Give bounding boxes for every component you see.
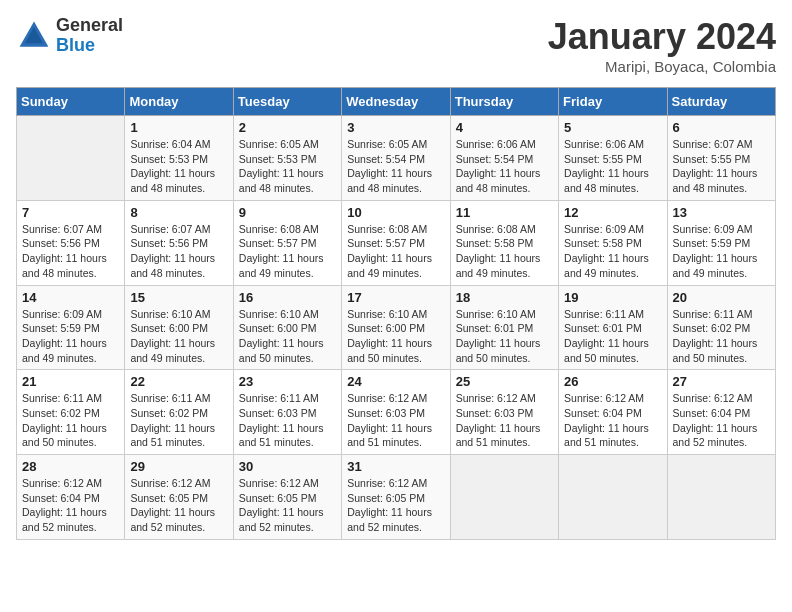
page-header: General Blue January 2024 Maripi, Boyaca… xyxy=(16,16,776,75)
calendar-cell: 17Sunrise: 6:10 AM Sunset: 6:00 PM Dayli… xyxy=(342,285,450,370)
day-detail: Sunrise: 6:07 AM Sunset: 5:56 PM Dayligh… xyxy=(130,222,227,281)
logo: General Blue xyxy=(16,16,123,56)
calendar-week-4: 21Sunrise: 6:11 AM Sunset: 6:02 PM Dayli… xyxy=(17,370,776,455)
calendar-cell: 7Sunrise: 6:07 AM Sunset: 5:56 PM Daylig… xyxy=(17,200,125,285)
calendar-cell: 16Sunrise: 6:10 AM Sunset: 6:00 PM Dayli… xyxy=(233,285,341,370)
weekday-header-wednesday: Wednesday xyxy=(342,88,450,116)
day-detail: Sunrise: 6:09 AM Sunset: 5:58 PM Dayligh… xyxy=(564,222,661,281)
day-detail: Sunrise: 6:11 AM Sunset: 6:01 PM Dayligh… xyxy=(564,307,661,366)
calendar-cell: 23Sunrise: 6:11 AM Sunset: 6:03 PM Dayli… xyxy=(233,370,341,455)
day-detail: Sunrise: 6:04 AM Sunset: 5:53 PM Dayligh… xyxy=(130,137,227,196)
day-number: 8 xyxy=(130,205,227,220)
day-number: 20 xyxy=(673,290,770,305)
day-number: 7 xyxy=(22,205,119,220)
weekday-header-saturday: Saturday xyxy=(667,88,775,116)
calendar-cell: 19Sunrise: 6:11 AM Sunset: 6:01 PM Dayli… xyxy=(559,285,667,370)
day-number: 1 xyxy=(130,120,227,135)
day-detail: Sunrise: 6:11 AM Sunset: 6:02 PM Dayligh… xyxy=(673,307,770,366)
weekday-header-row: SundayMondayTuesdayWednesdayThursdayFrid… xyxy=(17,88,776,116)
day-number: 12 xyxy=(564,205,661,220)
day-detail: Sunrise: 6:12 AM Sunset: 6:05 PM Dayligh… xyxy=(239,476,336,535)
calendar-cell: 13Sunrise: 6:09 AM Sunset: 5:59 PM Dayli… xyxy=(667,200,775,285)
day-number: 18 xyxy=(456,290,553,305)
day-detail: Sunrise: 6:07 AM Sunset: 5:55 PM Dayligh… xyxy=(673,137,770,196)
day-number: 27 xyxy=(673,374,770,389)
calendar-cell: 27Sunrise: 6:12 AM Sunset: 6:04 PM Dayli… xyxy=(667,370,775,455)
day-number: 10 xyxy=(347,205,444,220)
calendar-cell: 18Sunrise: 6:10 AM Sunset: 6:01 PM Dayli… xyxy=(450,285,558,370)
calendar-title: January 2024 xyxy=(548,16,776,58)
day-number: 9 xyxy=(239,205,336,220)
day-number: 21 xyxy=(22,374,119,389)
day-number: 15 xyxy=(130,290,227,305)
day-number: 22 xyxy=(130,374,227,389)
day-number: 13 xyxy=(673,205,770,220)
day-number: 25 xyxy=(456,374,553,389)
calendar-cell: 2Sunrise: 6:05 AM Sunset: 5:53 PM Daylig… xyxy=(233,116,341,201)
weekday-header-friday: Friday xyxy=(559,88,667,116)
calendar-cell: 22Sunrise: 6:11 AM Sunset: 6:02 PM Dayli… xyxy=(125,370,233,455)
day-number: 29 xyxy=(130,459,227,474)
calendar-week-1: 1Sunrise: 6:04 AM Sunset: 5:53 PM Daylig… xyxy=(17,116,776,201)
day-detail: Sunrise: 6:08 AM Sunset: 5:57 PM Dayligh… xyxy=(347,222,444,281)
day-detail: Sunrise: 6:10 AM Sunset: 6:00 PM Dayligh… xyxy=(239,307,336,366)
day-detail: Sunrise: 6:08 AM Sunset: 5:57 PM Dayligh… xyxy=(239,222,336,281)
day-detail: Sunrise: 6:05 AM Sunset: 5:54 PM Dayligh… xyxy=(347,137,444,196)
calendar-cell: 29Sunrise: 6:12 AM Sunset: 6:05 PM Dayli… xyxy=(125,455,233,540)
day-detail: Sunrise: 6:11 AM Sunset: 6:02 PM Dayligh… xyxy=(22,391,119,450)
calendar-cell: 28Sunrise: 6:12 AM Sunset: 6:04 PM Dayli… xyxy=(17,455,125,540)
day-detail: Sunrise: 6:12 AM Sunset: 6:05 PM Dayligh… xyxy=(130,476,227,535)
day-detail: Sunrise: 6:06 AM Sunset: 5:54 PM Dayligh… xyxy=(456,137,553,196)
day-number: 17 xyxy=(347,290,444,305)
day-detail: Sunrise: 6:09 AM Sunset: 5:59 PM Dayligh… xyxy=(22,307,119,366)
calendar-cell: 14Sunrise: 6:09 AM Sunset: 5:59 PM Dayli… xyxy=(17,285,125,370)
calendar-cell: 21Sunrise: 6:11 AM Sunset: 6:02 PM Dayli… xyxy=(17,370,125,455)
day-detail: Sunrise: 6:12 AM Sunset: 6:04 PM Dayligh… xyxy=(22,476,119,535)
calendar-week-3: 14Sunrise: 6:09 AM Sunset: 5:59 PM Dayli… xyxy=(17,285,776,370)
day-detail: Sunrise: 6:11 AM Sunset: 6:03 PM Dayligh… xyxy=(239,391,336,450)
day-number: 31 xyxy=(347,459,444,474)
calendar-cell: 15Sunrise: 6:10 AM Sunset: 6:00 PM Dayli… xyxy=(125,285,233,370)
weekday-header-thursday: Thursday xyxy=(450,88,558,116)
day-number: 11 xyxy=(456,205,553,220)
calendar-cell: 26Sunrise: 6:12 AM Sunset: 6:04 PM Dayli… xyxy=(559,370,667,455)
day-number: 26 xyxy=(564,374,661,389)
calendar-cell: 1Sunrise: 6:04 AM Sunset: 5:53 PM Daylig… xyxy=(125,116,233,201)
calendar-cell xyxy=(559,455,667,540)
day-detail: Sunrise: 6:05 AM Sunset: 5:53 PM Dayligh… xyxy=(239,137,336,196)
calendar-table: SundayMondayTuesdayWednesdayThursdayFrid… xyxy=(16,87,776,540)
day-detail: Sunrise: 6:11 AM Sunset: 6:02 PM Dayligh… xyxy=(130,391,227,450)
calendar-subtitle: Maripi, Boyaca, Colombia xyxy=(548,58,776,75)
calendar-cell: 8Sunrise: 6:07 AM Sunset: 5:56 PM Daylig… xyxy=(125,200,233,285)
day-detail: Sunrise: 6:12 AM Sunset: 6:04 PM Dayligh… xyxy=(564,391,661,450)
day-detail: Sunrise: 6:07 AM Sunset: 5:56 PM Dayligh… xyxy=(22,222,119,281)
day-detail: Sunrise: 6:10 AM Sunset: 6:00 PM Dayligh… xyxy=(130,307,227,366)
calendar-week-5: 28Sunrise: 6:12 AM Sunset: 6:04 PM Dayli… xyxy=(17,455,776,540)
day-number: 3 xyxy=(347,120,444,135)
calendar-cell: 24Sunrise: 6:12 AM Sunset: 6:03 PM Dayli… xyxy=(342,370,450,455)
calendar-cell: 3Sunrise: 6:05 AM Sunset: 5:54 PM Daylig… xyxy=(342,116,450,201)
day-number: 2 xyxy=(239,120,336,135)
day-detail: Sunrise: 6:12 AM Sunset: 6:05 PM Dayligh… xyxy=(347,476,444,535)
weekday-header-monday: Monday xyxy=(125,88,233,116)
day-detail: Sunrise: 6:06 AM Sunset: 5:55 PM Dayligh… xyxy=(564,137,661,196)
calendar-cell: 10Sunrise: 6:08 AM Sunset: 5:57 PM Dayli… xyxy=(342,200,450,285)
calendar-cell: 4Sunrise: 6:06 AM Sunset: 5:54 PM Daylig… xyxy=(450,116,558,201)
day-number: 19 xyxy=(564,290,661,305)
day-number: 24 xyxy=(347,374,444,389)
calendar-week-2: 7Sunrise: 6:07 AM Sunset: 5:56 PM Daylig… xyxy=(17,200,776,285)
calendar-cell: 5Sunrise: 6:06 AM Sunset: 5:55 PM Daylig… xyxy=(559,116,667,201)
calendar-cell xyxy=(667,455,775,540)
calendar-cell: 25Sunrise: 6:12 AM Sunset: 6:03 PM Dayli… xyxy=(450,370,558,455)
calendar-cell: 9Sunrise: 6:08 AM Sunset: 5:57 PM Daylig… xyxy=(233,200,341,285)
day-number: 4 xyxy=(456,120,553,135)
day-detail: Sunrise: 6:09 AM Sunset: 5:59 PM Dayligh… xyxy=(673,222,770,281)
day-number: 6 xyxy=(673,120,770,135)
day-number: 16 xyxy=(239,290,336,305)
logo-icon xyxy=(16,18,52,54)
weekday-header-sunday: Sunday xyxy=(17,88,125,116)
day-number: 5 xyxy=(564,120,661,135)
day-number: 23 xyxy=(239,374,336,389)
calendar-cell xyxy=(17,116,125,201)
logo-text: General Blue xyxy=(56,16,123,56)
